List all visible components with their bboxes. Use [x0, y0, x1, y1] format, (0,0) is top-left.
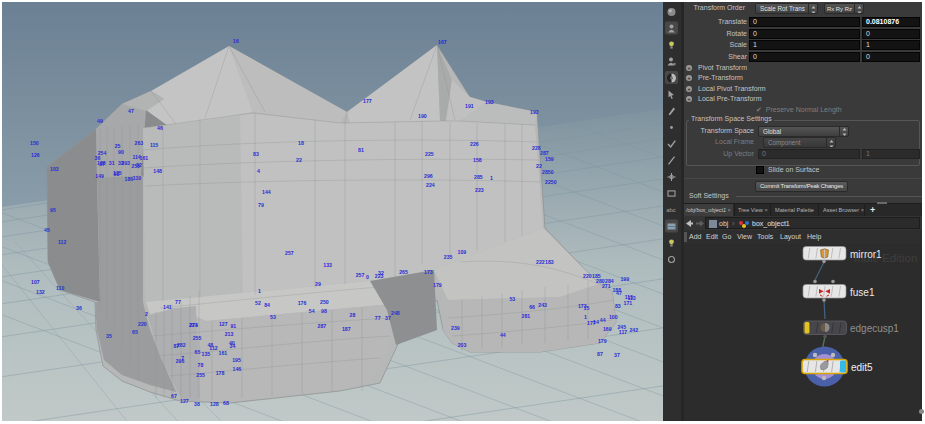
- svg-text:28: 28: [350, 312, 356, 318]
- svg-text:127: 127: [219, 321, 228, 327]
- svg-text:265: 265: [399, 269, 408, 275]
- svg-text:22: 22: [296, 157, 302, 163]
- svg-text:159: 159: [545, 156, 554, 162]
- svg-text:54: 54: [309, 308, 315, 314]
- svg-text:133: 133: [323, 262, 332, 268]
- svg-text:179: 179: [598, 338, 607, 344]
- svg-text:49: 49: [97, 118, 103, 124]
- svg-text:35: 35: [106, 333, 112, 339]
- svg-text:176: 176: [298, 300, 307, 306]
- svg-text:65: 65: [195, 349, 201, 355]
- svg-text:1: 1: [490, 175, 493, 181]
- svg-text:77: 77: [175, 299, 181, 305]
- svg-text:1: 1: [584, 314, 587, 320]
- svg-text:183: 183: [545, 259, 554, 265]
- svg-text:32: 32: [378, 270, 384, 276]
- svg-text:128: 128: [210, 401, 219, 407]
- svg-text:100: 100: [609, 314, 618, 320]
- svg-text:53: 53: [509, 296, 515, 302]
- svg-text:52: 52: [255, 300, 261, 306]
- svg-text:144: 144: [262, 189, 271, 195]
- svg-text:274: 274: [189, 322, 198, 328]
- svg-text:263: 263: [135, 140, 144, 146]
- svg-text:87: 87: [597, 351, 603, 357]
- svg-text:45: 45: [44, 227, 50, 233]
- svg-text:34: 34: [230, 343, 236, 349]
- svg-text:126: 126: [31, 152, 40, 158]
- svg-text:141: 141: [163, 304, 172, 310]
- svg-text:68: 68: [223, 400, 229, 406]
- svg-text:25: 25: [115, 143, 121, 149]
- svg-text:110: 110: [133, 175, 141, 181]
- svg-text:220: 220: [583, 273, 592, 279]
- svg-text:22: 22: [536, 163, 542, 169]
- svg-text:37: 37: [614, 352, 620, 358]
- svg-text:186: 186: [125, 176, 134, 182]
- svg-text:44: 44: [500, 332, 506, 338]
- svg-text:242: 242: [629, 327, 638, 333]
- svg-text:178: 178: [216, 370, 225, 376]
- svg-text:95: 95: [50, 207, 56, 213]
- svg-text:79: 79: [258, 202, 264, 208]
- svg-text:132: 132: [36, 289, 45, 295]
- svg-text:1: 1: [258, 288, 261, 294]
- svg-text:192: 192: [530, 109, 539, 115]
- svg-text:226: 226: [470, 141, 479, 147]
- svg-text:271: 271: [602, 283, 611, 289]
- svg-text:282: 282: [177, 342, 186, 348]
- svg-text:31: 31: [109, 160, 115, 166]
- svg-text:53: 53: [270, 314, 276, 320]
- svg-text:281: 281: [522, 313, 531, 319]
- svg-text:edit5: edit5: [851, 362, 873, 373]
- svg-text:2: 2: [145, 311, 148, 317]
- svg-text:223: 223: [475, 187, 484, 193]
- svg-text:255: 255: [132, 163, 141, 169]
- svg-text:149: 149: [95, 173, 104, 179]
- svg-text:199: 199: [620, 276, 629, 282]
- svg-text:65: 65: [132, 329, 138, 335]
- svg-text:44: 44: [600, 317, 606, 323]
- svg-text:18: 18: [298, 140, 304, 146]
- svg-text:115: 115: [150, 142, 158, 148]
- svg-text:91: 91: [230, 323, 236, 329]
- svg-text:177: 177: [363, 98, 372, 104]
- svg-text:29: 29: [315, 281, 321, 287]
- svg-text:169: 169: [603, 326, 612, 332]
- svg-text:112: 112: [209, 345, 217, 351]
- svg-text:mirror1: mirror1: [850, 249, 882, 260]
- svg-text:255: 255: [196, 372, 205, 378]
- svg-text:110: 110: [56, 285, 64, 291]
- svg-text:38: 38: [194, 401, 200, 407]
- svg-text:245: 245: [617, 324, 626, 330]
- svg-text:97: 97: [99, 161, 105, 167]
- svg-text:46: 46: [157, 125, 163, 131]
- svg-text:146: 146: [233, 366, 242, 372]
- svg-text:173: 173: [424, 269, 433, 275]
- svg-text:36: 36: [76, 305, 82, 311]
- svg-text:66: 66: [529, 304, 535, 310]
- svg-text:203: 203: [458, 342, 467, 348]
- svg-text:187: 187: [342, 326, 351, 332]
- svg-text:107: 107: [31, 279, 40, 285]
- svg-text:171: 171: [624, 300, 633, 306]
- svg-text:47: 47: [128, 108, 134, 114]
- svg-text:103: 103: [50, 166, 59, 172]
- svg-text:78: 78: [198, 362, 204, 368]
- svg-text:243: 243: [538, 302, 547, 308]
- svg-text:220: 220: [138, 321, 147, 327]
- svg-text:edgecusp1: edgecusp1: [850, 323, 899, 334]
- svg-text:127: 127: [180, 398, 189, 404]
- svg-text:2250: 2250: [545, 179, 557, 185]
- svg-text:135: 135: [202, 351, 211, 357]
- svg-text:158: 158: [473, 157, 482, 163]
- svg-text:173: 173: [578, 303, 587, 309]
- svg-text:195: 195: [232, 357, 241, 363]
- svg-text:4: 4: [257, 168, 260, 174]
- svg-text:235: 235: [444, 254, 453, 260]
- svg-text:fuse1: fuse1: [850, 287, 875, 298]
- svg-text:248: 248: [391, 310, 400, 316]
- svg-text:81: 81: [358, 147, 364, 153]
- svg-text:255: 255: [193, 335, 202, 341]
- svg-text:abc: abc: [666, 207, 676, 213]
- svg-text:2850: 2850: [542, 169, 554, 175]
